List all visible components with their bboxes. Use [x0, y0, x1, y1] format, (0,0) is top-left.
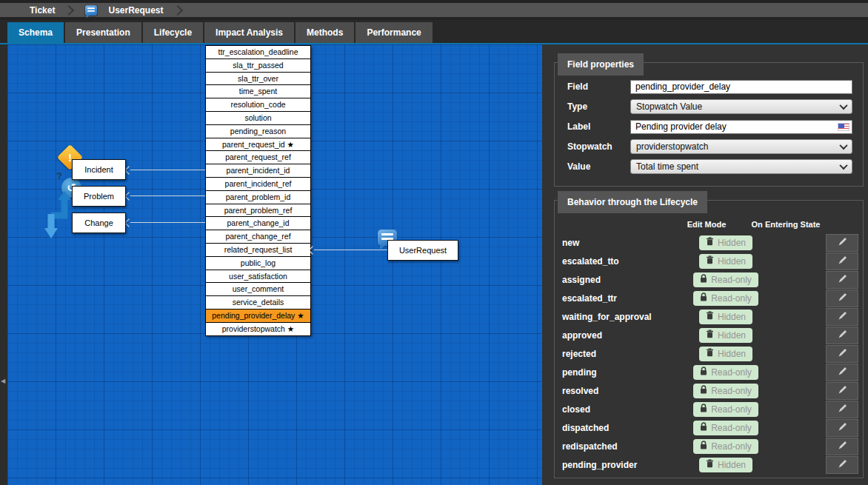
- field-row-user_satisfaction[interactable]: user_satisfaction: [206, 270, 310, 284]
- edit-mode-pill[interactable]: Hidden: [699, 235, 752, 250]
- edit-mode-pill[interactable]: Read-only: [693, 384, 758, 398]
- entity-change[interactable]: Change: [72, 213, 126, 233]
- edit-state-button[interactable]: [826, 438, 858, 455]
- state-label: rejected: [561, 349, 681, 359]
- lock-icon: [700, 292, 707, 304]
- field-row-solution[interactable]: solution: [206, 112, 310, 125]
- field-row-parent_incident_id[interactable]: parent_incident_id: [206, 164, 310, 178]
- trash-icon: [706, 311, 714, 322]
- edit-state-button[interactable]: [826, 271, 858, 289]
- language-flag-icon[interactable]: [838, 123, 849, 131]
- tab-methods[interactable]: Methods: [296, 22, 354, 43]
- field-row-parent_incident_ref[interactable]: parent_incident_ref: [206, 178, 310, 191]
- breadcrumb-item-ticket[interactable]: Ticket: [30, 5, 55, 16]
- edit-state-button[interactable]: [826, 382, 858, 400]
- edit-mode-pill[interactable]: Hidden: [699, 254, 752, 269]
- pencil-icon: [838, 255, 847, 267]
- field-row-parent_request_id[interactable]: parent_request_id ★: [206, 138, 310, 152]
- field-row-pending_provider_delay[interactable]: pending_provider_delay ★: [206, 310, 310, 323]
- field-row-parent_change_id[interactable]: parent_change_id: [206, 217, 310, 230]
- edit-state-button[interactable]: [826, 401, 858, 418]
- field-row-sla_ttr_passed[interactable]: sla_ttr_passed: [206, 59, 310, 73]
- connector-problem: [130, 195, 205, 196]
- schema-canvas[interactable]: ttr_escalation_deadlinesla_ttr_passedsla…: [7, 44, 542, 485]
- edit-mode-pill[interactable]: Hidden: [699, 458, 752, 472]
- edit-mode-value: Read-only: [711, 275, 752, 285]
- field-row-public_log[interactable]: public_log: [206, 257, 310, 270]
- edit-mode-pill[interactable]: Read-only: [693, 402, 758, 417]
- edit-mode-value: Hidden: [718, 330, 746, 341]
- tab-lifecycle[interactable]: Lifecycle: [143, 22, 203, 43]
- arrowhead-incident-icon: [124, 166, 133, 174]
- lock-icon: [700, 404, 707, 415]
- breadcrumb: Ticket UserRequest: [0, 3, 868, 17]
- field-row-user_comment[interactable]: user_comment: [206, 283, 310, 296]
- type-select[interactable]: Stopwatch Value: [630, 99, 852, 114]
- field-table: ttr_escalation_deadlinesla_ttr_passedsla…: [205, 45, 311, 336]
- state-row-approved: approvedHidden: [561, 326, 858, 344]
- edit-mode-pill[interactable]: Read-only: [693, 421, 758, 435]
- state-row-rejected: rejectedHidden: [561, 344, 858, 363]
- field-row-pending_reason[interactable]: pending_reason: [206, 125, 310, 138]
- field-row-parent_change_ref[interactable]: parent_change_ref: [206, 230, 310, 244]
- field-row-parent_request_ref[interactable]: parent_request_ref: [206, 151, 310, 164]
- edit-state-button[interactable]: [826, 234, 858, 252]
- tab-presentation[interactable]: Presentation: [65, 22, 141, 43]
- edit-state-button[interactable]: [826, 308, 858, 326]
- field-row-resolution_code[interactable]: resolution_code: [206, 98, 310, 112]
- field-properties-panel: Field properties Field Type Stopwatch Va…: [554, 62, 864, 187]
- edit-state-button[interactable]: [826, 290, 858, 307]
- field-row-providerstopwatch[interactable]: providerstopwatch ★: [206, 323, 310, 335]
- edit-mode-value: Read-only: [711, 293, 752, 304]
- tab-schema[interactable]: Schema: [7, 22, 64, 43]
- value-select[interactable]: Total time spent: [630, 159, 852, 174]
- field-row-parent_problem_id[interactable]: parent_problem_id: [206, 191, 310, 204]
- lock-icon: [700, 367, 707, 378]
- field-row-sla_ttr_over[interactable]: sla_ttr_over: [206, 73, 310, 86]
- entity-userrequest[interactable]: UserRequest: [387, 240, 458, 261]
- field-input[interactable]: [630, 80, 852, 94]
- edit-state-button[interactable]: [826, 419, 858, 437]
- breadcrumb-separator-icon: [172, 4, 182, 15]
- entity-incident[interactable]: Incident: [72, 159, 126, 180]
- behavior-title: Behavior through the Lifecycle: [558, 191, 707, 213]
- entity-problem-label: Problem: [84, 192, 114, 201]
- collapse-panel-icon[interactable]: ◀: [1, 378, 5, 384]
- state-label: escalated_ttr: [561, 293, 681, 304]
- field-row-service_details[interactable]: service_details: [206, 296, 310, 310]
- edit-mode-pill[interactable]: Read-only: [693, 439, 758, 454]
- arrowhead-change-icon: [124, 218, 133, 227]
- field-row-ttr_escalation_deadline[interactable]: ttr_escalation_deadline: [206, 46, 310, 59]
- edit-state-button[interactable]: [826, 327, 858, 344]
- stopwatch-select[interactable]: providerstopwatch: [630, 139, 852, 154]
- edit-state-button[interactable]: [826, 456, 858, 474]
- edit-mode-pill[interactable]: Hidden: [699, 310, 752, 324]
- state-label: new: [561, 238, 681, 248]
- entity-problem[interactable]: Problem: [72, 186, 126, 207]
- lock-icon: [700, 422, 707, 433]
- edit-state-button[interactable]: [826, 252, 858, 270]
- breadcrumb-item-userrequest[interactable]: UserRequest: [108, 5, 163, 16]
- state-row-dispatched: dispatchedRead-only: [561, 418, 858, 437]
- behavior-panel: Behavior through the Lifecycle Edit Mode…: [554, 200, 864, 478]
- label-input[interactable]: [630, 120, 852, 134]
- pencil-icon: [838, 292, 847, 304]
- edit-mode-pill[interactable]: Read-only: [693, 291, 758, 306]
- field-row-parent_problem_ref[interactable]: parent_problem_ref: [206, 204, 310, 218]
- edit-mode-value: Hidden: [718, 256, 746, 267]
- edit-mode-pill[interactable]: Hidden: [699, 347, 752, 361]
- edit-mode-pill[interactable]: Read-only: [693, 365, 758, 380]
- connector-incident: [130, 170, 205, 170]
- field-row-related_request_list[interactable]: related_request_list: [206, 244, 310, 257]
- edit-mode-pill[interactable]: Read-only: [693, 272, 758, 287]
- tab-impact-analysis[interactable]: Impact Analysis: [204, 22, 294, 43]
- field-row-time_spent[interactable]: time_spent: [206, 85, 310, 98]
- edit-state-button[interactable]: [826, 364, 858, 381]
- left-collapse-strip: ◀: [0, 44, 7, 485]
- pencil-icon: [838, 367, 847, 378]
- state-row-waiting_for_approval: waiting_for_approvalHidden: [561, 307, 858, 326]
- tab-performance[interactable]: Performance: [355, 22, 432, 43]
- trash-icon: [706, 237, 714, 248]
- edit-mode-pill[interactable]: Hidden: [699, 328, 752, 343]
- edit-state-button[interactable]: [826, 345, 858, 363]
